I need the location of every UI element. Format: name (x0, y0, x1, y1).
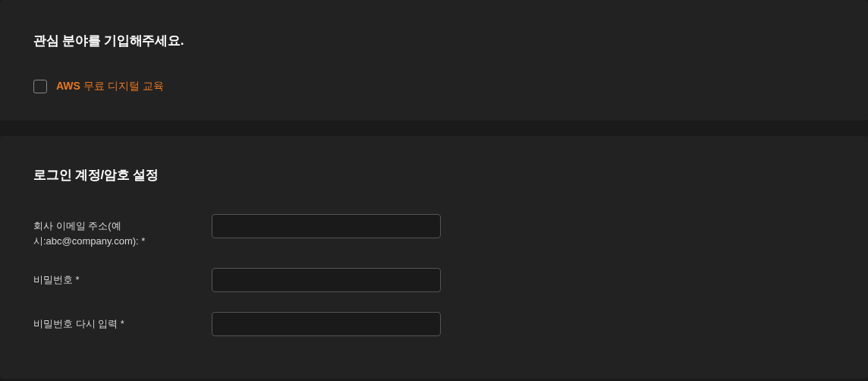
password-input[interactable] (212, 268, 441, 292)
password-label: 비밀번호 * (33, 268, 212, 288)
password-confirm-label: 비밀번호 다시 입력 * (33, 312, 212, 332)
aws-training-label-bold: AWS (56, 80, 80, 92)
form-row-password-confirm: 비밀번호 다시 입력 * (33, 312, 835, 336)
login-title: 로그인 계정/암호 설정 (33, 166, 835, 184)
aws-training-label-rest: 무료 디지털 교육 (80, 80, 164, 92)
password-confirm-input[interactable] (212, 312, 441, 336)
login-section: 로그인 계정/암호 설정 회사 이메일 주소(예시:abc@company.co… (0, 136, 868, 379)
form-row-email: 회사 이메일 주소(예시:abc@company.com): * (33, 214, 835, 248)
email-label: 회사 이메일 주소(예시:abc@company.com): * (33, 214, 212, 248)
checkbox-row-aws-training: AWS 무료 디지털 교육 (33, 80, 835, 93)
interests-section: 관심 분야를 기입해주세요. AWS 무료 디지털 교육 (0, 0, 868, 121)
email-input[interactable] (212, 214, 441, 238)
interests-title: 관심 분야를 기입해주세요. (33, 32, 835, 49)
form-row-password: 비밀번호 * (33, 268, 835, 292)
aws-training-checkbox[interactable] (33, 80, 47, 93)
aws-training-label[interactable]: AWS 무료 디지털 교육 (56, 80, 164, 93)
